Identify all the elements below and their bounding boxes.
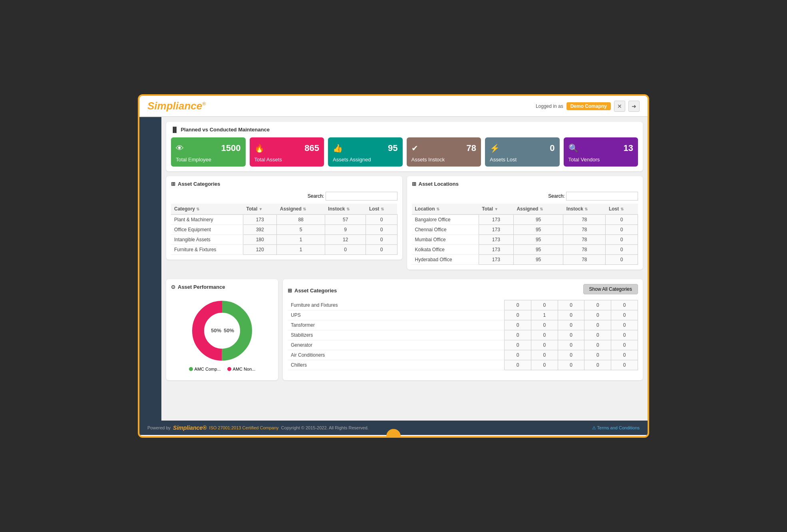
footer-logo: Simpliance® (173, 425, 207, 431)
logo-text: Simpliance (147, 100, 202, 112)
two-col-section: ⊞ Asset Categories Search: Category ⇅ To… (166, 176, 643, 274)
assigned-number: 95 (388, 143, 397, 153)
cat-table-wrap: Furniture and Fixtures 0 0 0 0 0 UPS 0 1… (288, 300, 638, 370)
categories-bottom-header: ⊞ Asset Categories Show All Categories (288, 284, 638, 297)
main-frame: Simpliance® Logged in as Demo Comapny ✕ … (138, 94, 649, 438)
header: Simpliance® Logged in as Demo Comapny ✕ … (139, 96, 648, 117)
footer-certified: ISO 27001:2013 Certified Company (209, 425, 278, 430)
amc-non-label: AMC Non... (233, 367, 256, 371)
list-item: UPS 0 1 0 0 0 (288, 310, 638, 320)
stat-card-lost: ⚡ 0 Assets Lost (485, 137, 560, 167)
amc-comp-label: AMC Comp... (195, 367, 221, 371)
show-all-button[interactable]: Show All Categories (583, 284, 638, 294)
legend-amc-non: AMC Non... (227, 367, 256, 371)
col-category: Category ⇅ (171, 204, 243, 214)
legend-amc-comp: AMC Comp... (189, 367, 221, 371)
planned-section: ▐▌ Planned vs Conducted Maintenance 👁 15… (166, 122, 643, 171)
table-row: Office Equipment 392 5 9 0 (171, 225, 397, 235)
vendors-number: 13 (624, 143, 633, 153)
locations-table: Location ⇅ Total ▼ Assigned ⇅ Instock ⇅ … (412, 204, 638, 265)
locations-search-input[interactable] (566, 192, 638, 200)
planned-title: ▐▌ Planned vs Conducted Maintenance (171, 127, 638, 133)
stat-card-instock: ✔ 78 Assets Instock (407, 137, 481, 167)
donut-chart: 50% 50% (182, 299, 262, 363)
powered-by-text: Powered by (147, 425, 171, 430)
list-item: Stabilizers 0 0 0 0 0 (288, 330, 638, 340)
asset-categories-bottom-title: ⊞ Asset Categories (288, 288, 337, 294)
asset-categories-title: ⊞ Asset Categories (171, 181, 397, 187)
grid-icon-2: ⊞ (412, 181, 416, 187)
locations-search-row: Search: (412, 192, 638, 200)
instock-icon: ✔ (411, 143, 418, 153)
col-lost: Lost ⇅ (366, 204, 397, 214)
donut-legend: AMC Comp... AMC Non... (189, 367, 256, 371)
table-row: Intangible Assets 180 1 12 0 (171, 235, 397, 245)
svg-text:50%: 50% (211, 328, 221, 333)
col-instock: Instock ⇅ (325, 204, 366, 214)
employee-number: 1500 (221, 143, 241, 153)
company-badge: Demo Comapny (566, 102, 611, 110)
grid-icon: ⊞ (171, 181, 175, 187)
assets-label: Total Assets (254, 157, 320, 163)
sidebar (139, 117, 161, 421)
close-button[interactable]: ✕ (614, 101, 625, 112)
list-item: Furniture and Fixtures 0 0 0 0 0 (288, 300, 638, 310)
asset-performance-title: ⊙ Asset Performance (171, 284, 273, 290)
footer-copyright: Copyright © 2015-2022. All Rights Reserv… (281, 425, 369, 430)
logo: Simpliance® (147, 100, 206, 112)
table-row: Mumbai Office 173 95 78 0 (412, 235, 638, 245)
list-item: Tansformer 0 0 0 0 0 (288, 320, 638, 330)
employee-icon: 👁 (176, 144, 184, 153)
categories-search-input[interactable] (326, 192, 397, 200)
table-row: Kolkata Office 173 95 78 0 (412, 245, 638, 255)
col-instock-loc: Instock ⇅ (563, 204, 606, 214)
asset-performance-card: ⊙ Asset Performance 50% (166, 279, 278, 380)
donut-container: 50% 50% AMC Comp... AMC Non... (171, 295, 273, 375)
stat-card-vendors: 🔍 13 Total Vendors (564, 137, 638, 167)
lost-label: Assets Lost (490, 157, 555, 163)
vendors-icon: 🔍 (568, 143, 578, 153)
asset-locations-col: ⊞ Asset Locations Search: Location ⇅ Tot… (407, 176, 643, 274)
bar-chart-icon: ▐▌ (171, 127, 178, 133)
col-lost-loc: Lost ⇅ (606, 204, 638, 214)
terms-link[interactable]: ⚠ Terms and Conditions (592, 425, 640, 431)
categories-search-row: Search: (171, 192, 397, 200)
col-total-loc: Total ▼ (479, 204, 513, 214)
lost-number: 0 (550, 143, 554, 153)
header-right: Logged in as Demo Comapny ✕ ➜ (536, 101, 640, 112)
categories-bottom-table: Furniture and Fixtures 0 0 0 0 0 UPS 0 1… (288, 300, 638, 370)
instock-number: 78 (467, 143, 476, 153)
col-assigned-loc: Assigned ⇅ (513, 204, 563, 214)
list-item: Air Conditioners 0 0 0 0 0 (288, 350, 638, 360)
bottom-row: ⊙ Asset Performance 50% (166, 279, 643, 380)
logout-button[interactable]: ➜ (628, 101, 640, 112)
svg-text:50%: 50% (224, 328, 234, 333)
lost-icon: ⚡ (490, 143, 500, 153)
footer-left: Powered by Simpliance® ISO 27001:2013 Ce… (147, 425, 369, 431)
table-row: Plant & Machinery 173 88 57 0 (171, 214, 397, 225)
stat-card-assigned: 👍 95 Assets Assigned (328, 137, 403, 167)
asset-locations-title: ⊞ Asset Locations (412, 181, 638, 187)
assigned-label: Assets Assigned (333, 157, 398, 163)
vendors-label: Total Vendors (568, 157, 634, 163)
employee-label: Total Employee (176, 157, 241, 163)
clock-icon: ⊙ (171, 284, 175, 290)
stat-cards: 👁 1500 Total Employee 🔥 865 Total Assets (171, 137, 638, 167)
list-item: Chillers 0 0 0 0 0 (288, 360, 638, 370)
stat-card-employee: 👁 1500 Total Employee (171, 137, 246, 167)
table-row: Chennai Office 173 95 78 0 (412, 225, 638, 235)
amc-comp-dot (189, 367, 193, 371)
svg-point-2 (205, 313, 240, 348)
col-location: Location ⇅ (412, 204, 479, 214)
table-row: Hyderabad Office 173 95 78 0 (412, 255, 638, 265)
main-content: ▐▌ Planned vs Conducted Maintenance 👁 15… (139, 117, 648, 421)
asset-categories-col: ⊞ Asset Categories Search: Category ⇅ To… (166, 176, 402, 274)
list-item: Generator 0 0 0 0 0 (288, 340, 638, 350)
col-assigned: Assigned ⇅ (277, 204, 325, 214)
asset-categories-card: ⊞ Asset Categories Search: Category ⇅ To… (166, 176, 402, 260)
assigned-icon: 👍 (333, 143, 343, 153)
table-row: Furniture & Fixtures 120 1 0 0 (171, 245, 397, 255)
assets-icon: 🔥 (254, 143, 264, 153)
amc-non-dot (227, 367, 231, 371)
stat-card-assets: 🔥 865 Total Assets (250, 137, 324, 167)
